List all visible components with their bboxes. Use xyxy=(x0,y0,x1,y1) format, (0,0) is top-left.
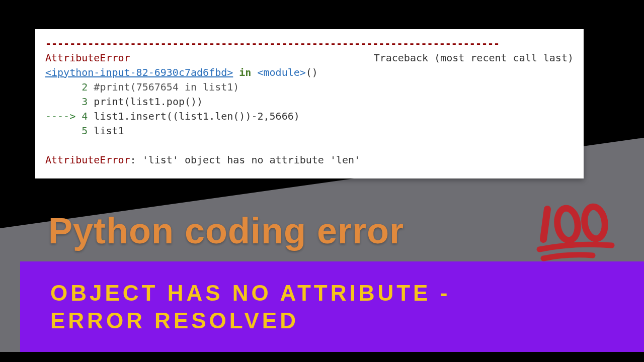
error-message-line: AttributeError: 'list' object has no att… xyxy=(45,153,574,167)
error-class-name: AttributeError xyxy=(45,51,130,65)
subtitle-band: OBJECT HAS NO ATTRIBUTE - ERROR RESOLVED xyxy=(20,261,644,352)
traceback-label: Traceback (most recent call last) xyxy=(374,51,574,65)
traceback-divider: ----------------------------------------… xyxy=(45,36,574,51)
code-line-5: 5 list1 xyxy=(45,124,574,138)
subtitle-line-1: OBJECT HAS NO ATTRIBUTE - xyxy=(50,279,450,307)
hundred-points-icon xyxy=(533,200,619,267)
svg-point-0 xyxy=(555,207,580,242)
error-message-text: : 'list' object has no attribute 'len' xyxy=(130,154,361,166)
keyword-in: in xyxy=(239,66,251,78)
subtitle-text: OBJECT HAS NO ATTRIBUTE - ERROR RESOLVED xyxy=(50,279,450,334)
error-class-name-bottom: AttributeError xyxy=(45,154,130,166)
current-line-arrow: ----> xyxy=(45,110,75,122)
subtitle-line-2: ERROR RESOLVED xyxy=(50,307,450,334)
traceback-panel: ----------------------------------------… xyxy=(35,29,584,178)
code-line-3: 3 print(list1.pop()) xyxy=(45,95,574,109)
svg-point-1 xyxy=(583,206,607,240)
traceback-source-line: <ipython-input-82-6930c7ad6fbd> in <modu… xyxy=(45,65,574,80)
traceback-source-link[interactable]: <ipython-input-82-6930c7ad6fbd> xyxy=(45,66,233,78)
code-line-2: 2 #print(7567654 in list1) xyxy=(45,80,574,95)
main-title: Python coding error xyxy=(48,210,404,251)
code-line-4-current: ----> 4 list1.insert((list1.len())-2,566… xyxy=(45,109,574,124)
traceback-header: AttributeError Traceback (most recent ca… xyxy=(45,51,574,65)
traceback-module: <module> xyxy=(257,66,305,78)
